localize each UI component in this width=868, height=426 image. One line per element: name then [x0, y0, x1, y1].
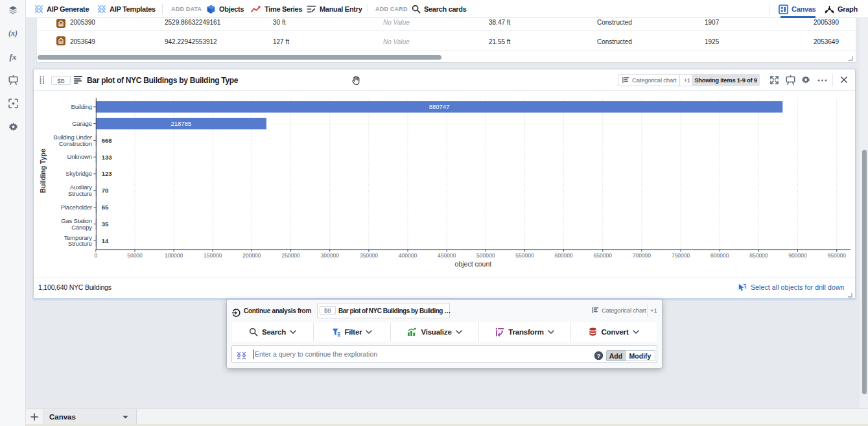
svg-text:550000: 550000 — [515, 252, 534, 259]
svg-text:Placeholder: Placeholder — [61, 204, 92, 211]
svg-text:Garage: Garage — [72, 120, 92, 127]
svg-text:Canopy: Canopy — [71, 224, 92, 231]
svg-text:Structure: Structure — [68, 190, 92, 197]
svg-text:?: ? — [596, 352, 600, 359]
svg-text:133: 133 — [102, 154, 112, 161]
svg-text:Building Type: Building Type — [39, 148, 47, 193]
svg-text:object count: object count — [455, 260, 492, 268]
svg-text:450000: 450000 — [438, 252, 456, 259]
svg-text:600000: 600000 — [554, 252, 573, 259]
svg-text:800000: 800000 — [710, 252, 729, 259]
svg-text:150000: 150000 — [204, 252, 222, 259]
svg-text:500000: 500000 — [476, 252, 495, 259]
svg-text:218785: 218785 — [171, 120, 192, 127]
svg-text:0: 0 — [94, 252, 97, 259]
svg-text:250000: 250000 — [281, 252, 300, 259]
svg-text:Skybridge: Skybridge — [65, 170, 91, 177]
svg-text:100000: 100000 — [165, 252, 183, 259]
svg-text:123: 123 — [102, 170, 112, 177]
svg-text:950000: 950000 — [828, 252, 847, 259]
svg-text:400000: 400000 — [399, 252, 417, 259]
svg-text:200000: 200000 — [242, 252, 261, 259]
svg-text:14: 14 — [102, 237, 109, 244]
svg-text:700000: 700000 — [633, 252, 651, 259]
svg-text:650000: 650000 — [594, 252, 613, 259]
svg-text:Building: Building — [71, 103, 92, 110]
svg-text:350000: 350000 — [360, 252, 379, 259]
svg-text:35: 35 — [102, 220, 109, 228]
svg-text:70: 70 — [102, 187, 109, 194]
svg-text:900000: 900000 — [788, 252, 807, 259]
svg-text:Structure: Structure — [68, 240, 92, 247]
svg-text:50000: 50000 — [127, 252, 143, 259]
svg-text:668: 668 — [102, 137, 112, 144]
svg-text:880747: 880747 — [429, 103, 450, 110]
svg-text:65: 65 — [102, 204, 109, 211]
svg-text:750000: 750000 — [672, 252, 690, 259]
svg-text:850000: 850000 — [749, 252, 768, 259]
svg-text:Construction: Construction — [59, 140, 92, 147]
svg-text:300000: 300000 — [321, 252, 340, 259]
svg-text:Unknown: Unknown — [67, 153, 92, 160]
